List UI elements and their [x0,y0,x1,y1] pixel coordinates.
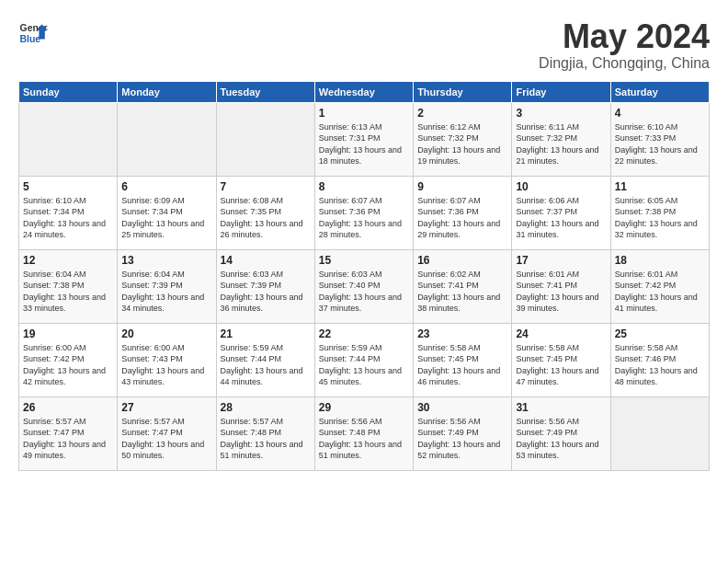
day-cell: 9Sunrise: 6:07 AM Sunset: 7:36 PM Daylig… [414,176,512,249]
day-number: 23 [417,327,507,340]
day-number: 7 [221,180,311,193]
day-cell: 2Sunrise: 6:12 AM Sunset: 7:32 PM Daylig… [414,102,512,176]
day-cell: 8Sunrise: 6:07 AM Sunset: 7:36 PM Daylig… [314,176,413,249]
day-info: Sunrise: 6:13 AM Sunset: 7:31 PM Dayligh… [319,121,409,167]
day-cell: 18Sunrise: 6:01 AM Sunset: 7:42 PM Dayli… [610,249,709,323]
header-cell-wednesday: Wednesday [314,81,413,102]
week-row-4: 26Sunrise: 5:57 AM Sunset: 7:47 PM Dayli… [19,396,710,470]
day-info: Sunrise: 6:11 AM Sunset: 7:32 PM Dayligh… [516,121,606,167]
day-cell: 4Sunrise: 6:10 AM Sunset: 7:33 PM Daylig… [610,102,709,176]
day-number: 14 [221,254,311,267]
day-number: 10 [516,180,606,193]
page-header: General Blue May 2024 Dingjia, Chongqing… [18,18,710,72]
day-number: 29 [319,401,409,414]
day-cell: 14Sunrise: 6:03 AM Sunset: 7:39 PM Dayli… [216,249,314,323]
day-info: Sunrise: 6:06 AM Sunset: 7:37 PM Dayligh… [516,195,606,241]
header-cell-sunday: Sunday [19,81,118,102]
day-info: Sunrise: 5:56 AM Sunset: 7:48 PM Dayligh… [319,416,409,462]
day-cell: 17Sunrise: 6:01 AM Sunset: 7:41 PM Dayli… [512,249,610,323]
day-cell: 29Sunrise: 5:56 AM Sunset: 7:48 PM Dayli… [314,396,413,470]
day-info: Sunrise: 5:57 AM Sunset: 7:48 PM Dayligh… [221,416,311,462]
day-number: 15 [319,254,409,267]
day-info: Sunrise: 5:58 AM Sunset: 7:46 PM Dayligh… [615,342,705,388]
day-number: 21 [221,327,311,340]
day-cell: 3Sunrise: 6:11 AM Sunset: 7:32 PM Daylig… [512,102,610,176]
day-info: Sunrise: 6:12 AM Sunset: 7:32 PM Dayligh… [417,121,507,167]
day-info: Sunrise: 5:56 AM Sunset: 7:49 PM Dayligh… [516,416,606,462]
day-cell: 12Sunrise: 6:04 AM Sunset: 7:38 PM Dayli… [19,249,118,323]
day-cell: 23Sunrise: 5:58 AM Sunset: 7:45 PM Dayli… [414,323,512,396]
day-cell: 7Sunrise: 6:08 AM Sunset: 7:35 PM Daylig… [216,176,314,249]
day-number: 6 [121,180,211,193]
day-cell: 24Sunrise: 5:58 AM Sunset: 7:45 PM Dayli… [512,323,610,396]
day-info: Sunrise: 6:10 AM Sunset: 7:34 PM Dayligh… [23,195,113,241]
main-title: May 2024 [539,18,710,55]
day-cell [118,102,216,176]
day-number: 25 [615,327,705,340]
svg-text:Blue: Blue [20,34,41,44]
day-info: Sunrise: 6:01 AM Sunset: 7:42 PM Dayligh… [615,269,705,315]
header-cell-thursday: Thursday [414,81,512,102]
day-cell [610,396,709,470]
day-cell: 30Sunrise: 5:56 AM Sunset: 7:49 PM Dayli… [414,396,512,470]
header-cell-monday: Monday [118,81,216,102]
day-info: Sunrise: 6:05 AM Sunset: 7:38 PM Dayligh… [615,195,705,241]
day-number: 22 [319,327,409,340]
day-number: 8 [319,180,409,193]
logo: General Blue [18,18,48,48]
day-number: 5 [23,180,113,193]
day-info: Sunrise: 5:58 AM Sunset: 7:45 PM Dayligh… [516,342,606,388]
day-info: Sunrise: 5:58 AM Sunset: 7:45 PM Dayligh… [417,342,507,388]
day-info: Sunrise: 6:00 AM Sunset: 7:43 PM Dayligh… [121,342,211,388]
day-number: 20 [121,327,211,340]
day-cell: 10Sunrise: 6:06 AM Sunset: 7:37 PM Dayli… [512,176,610,249]
day-number: 17 [516,254,606,267]
day-number: 24 [516,327,606,340]
calendar-header: SundayMondayTuesdayWednesdayThursdayFrid… [19,81,710,102]
day-info: Sunrise: 6:01 AM Sunset: 7:41 PM Dayligh… [516,269,606,315]
day-cell: 19Sunrise: 6:00 AM Sunset: 7:42 PM Dayli… [19,323,118,396]
day-info: Sunrise: 6:02 AM Sunset: 7:41 PM Dayligh… [417,269,507,315]
day-cell: 15Sunrise: 6:03 AM Sunset: 7:40 PM Dayli… [314,249,413,323]
day-number: 13 [121,254,211,267]
day-cell: 11Sunrise: 6:05 AM Sunset: 7:38 PM Dayli… [610,176,709,249]
day-info: Sunrise: 6:07 AM Sunset: 7:36 PM Dayligh… [417,195,507,241]
day-cell: 22Sunrise: 5:59 AM Sunset: 7:44 PM Dayli… [314,323,413,396]
day-info: Sunrise: 6:03 AM Sunset: 7:39 PM Dayligh… [221,269,311,315]
day-cell: 27Sunrise: 5:57 AM Sunset: 7:47 PM Dayli… [118,396,216,470]
day-number: 12 [23,254,113,267]
calendar-body: 1Sunrise: 6:13 AM Sunset: 7:31 PM Daylig… [19,102,710,470]
day-cell: 25Sunrise: 5:58 AM Sunset: 7:46 PM Dayli… [610,323,709,396]
week-row-2: 12Sunrise: 6:04 AM Sunset: 7:38 PM Dayli… [19,249,710,323]
day-info: Sunrise: 6:09 AM Sunset: 7:34 PM Dayligh… [121,195,211,241]
day-info: Sunrise: 6:04 AM Sunset: 7:38 PM Dayligh… [23,269,113,315]
day-number: 11 [615,180,705,193]
day-cell [216,102,314,176]
day-info: Sunrise: 5:56 AM Sunset: 7:49 PM Dayligh… [417,416,507,462]
calendar-table: SundayMondayTuesdayWednesdayThursdayFrid… [18,81,710,471]
day-cell: 1Sunrise: 6:13 AM Sunset: 7:31 PM Daylig… [314,102,413,176]
day-number: 3 [516,107,606,120]
day-info: Sunrise: 5:57 AM Sunset: 7:47 PM Dayligh… [23,416,113,462]
day-number: 2 [417,107,507,120]
day-cell: 26Sunrise: 5:57 AM Sunset: 7:47 PM Dayli… [19,396,118,470]
day-cell: 28Sunrise: 5:57 AM Sunset: 7:48 PM Dayli… [216,396,314,470]
day-cell: 31Sunrise: 5:56 AM Sunset: 7:49 PM Dayli… [512,396,610,470]
header-cell-tuesday: Tuesday [216,81,314,102]
day-info: Sunrise: 5:59 AM Sunset: 7:44 PM Dayligh… [319,342,409,388]
day-number: 27 [121,401,211,414]
week-row-1: 5Sunrise: 6:10 AM Sunset: 7:34 PM Daylig… [19,176,710,249]
header-cell-friday: Friday [512,81,610,102]
day-info: Sunrise: 6:00 AM Sunset: 7:42 PM Dayligh… [23,342,113,388]
day-number: 1 [319,107,409,120]
day-cell: 13Sunrise: 6:04 AM Sunset: 7:39 PM Dayli… [118,249,216,323]
day-cell: 20Sunrise: 6:00 AM Sunset: 7:43 PM Dayli… [118,323,216,396]
day-info: Sunrise: 6:04 AM Sunset: 7:39 PM Dayligh… [121,269,211,315]
day-cell: 21Sunrise: 5:59 AM Sunset: 7:44 PM Dayli… [216,323,314,396]
week-row-0: 1Sunrise: 6:13 AM Sunset: 7:31 PM Daylig… [19,102,710,176]
day-number: 18 [615,254,705,267]
day-number: 9 [417,180,507,193]
day-cell: 16Sunrise: 6:02 AM Sunset: 7:41 PM Dayli… [414,249,512,323]
header-row: SundayMondayTuesdayWednesdayThursdayFrid… [19,81,710,102]
day-number: 19 [23,327,113,340]
